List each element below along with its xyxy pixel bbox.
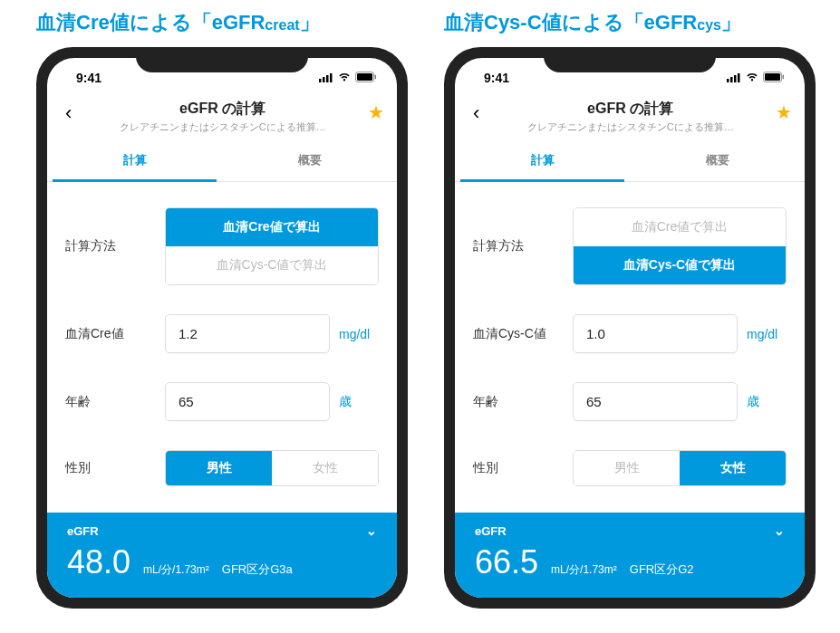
chevron-down-icon[interactable]: ⌄ [774,523,785,538]
age-label: 年齢 [473,394,573,410]
sex-male[interactable]: 男性 [166,451,272,485]
svg-rect-6 [375,75,377,80]
tab-calc[interactable]: 計算 [47,139,222,181]
svg-rect-9 [734,75,737,82]
tab-desc[interactable]: 概要 [222,139,397,181]
notch [544,47,716,72]
result-class: GFR区分G2 [630,561,694,578]
result-unit: mL/分/1.73m² [551,562,617,578]
svg-rect-12 [765,73,780,81]
sex-segmented: 男性 女性 [573,450,787,486]
sex-female[interactable]: 女性 [680,451,786,485]
result-value: 48.0 [67,543,130,581]
svg-rect-0 [319,79,322,82]
result-panel[interactable]: eGFR ⌄ 66.5 mL/分/1.73m² GFR区分G2 [455,513,805,598]
wifi-icon [337,71,352,85]
svg-rect-10 [738,73,740,82]
marker-unit: mg/dl [339,327,379,341]
back-button[interactable]: ‹ [468,101,485,125]
method-cys[interactable]: 血清Cys-C値で算出 [166,246,378,284]
svg-rect-3 [330,73,333,82]
method-segmented: 血清Cre値で算出 血清Cys-C値で算出 [165,207,379,285]
battery-icon [763,71,785,85]
result-unit: mL/分/1.73m² [143,562,209,578]
age-unit: 歳 [339,394,379,410]
svg-rect-5 [357,73,372,81]
battery-icon [355,71,377,85]
status-time: 9:41 [475,71,509,85]
status-time: 9:41 [67,71,101,85]
phone-left: 9:41 ‹ eGFR の計算 クレアチニンまたはシスタチンCによる推算… ★ [36,47,408,609]
age-input[interactable]: 65 [573,382,738,421]
back-button[interactable]: ‹ [60,101,77,125]
tab-desc[interactable]: 概要 [630,139,805,181]
method-label: 計算方法 [65,238,165,254]
marker-input[interactable]: 1.0 [573,314,738,353]
method-label: 計算方法 [473,238,573,254]
svg-rect-2 [326,75,329,82]
favorite-star-icon[interactable]: ★ [368,101,384,123]
sex-male[interactable]: 男性 [574,451,680,485]
age-unit: 歳 [747,394,787,410]
headline-left: 血清Cre値による「eGFRcreat」 [36,9,408,36]
sex-segmented: 男性 女性 [165,450,379,486]
headline-right: 血清Cys-C値による「eGFRcys」 [444,9,816,36]
result-label: eGFR [475,524,507,538]
svg-rect-13 [783,75,785,80]
result-label: eGFR [67,524,99,538]
page-subtitle: クレアチニンまたはシスタチンCによる推算… [485,120,776,134]
age-label: 年齢 [65,394,165,410]
result-class: GFR区分G3a [222,561,293,578]
svg-rect-8 [730,77,733,82]
page-title: eGFR の計算 [77,100,368,119]
age-input[interactable]: 65 [165,382,330,421]
chevron-down-icon[interactable]: ⌄ [366,523,377,538]
method-cys[interactable]: 血清Cys-C値で算出 [574,246,786,284]
method-cre[interactable]: 血清Cre値で算出 [574,208,786,246]
marker-unit: mg/dl [747,327,787,341]
page-subtitle: クレアチニンまたはシスタチンCによる推算… [77,120,368,134]
wifi-icon [745,71,759,85]
sex-label: 性別 [473,460,573,476]
marker-input[interactable]: 1.2 [165,314,330,353]
notch [136,47,308,72]
signal-icon [319,71,333,85]
svg-rect-7 [727,79,729,82]
method-cre[interactable]: 血清Cre値で算出 [166,208,378,246]
result-value: 66.5 [475,543,538,581]
svg-rect-1 [323,77,325,82]
result-panel[interactable]: eGFR ⌄ 48.0 mL/分/1.73m² GFR区分G3a [47,513,397,598]
method-segmented: 血清Cre値で算出 血清Cys-C値で算出 [573,207,787,285]
phone-right: 9:41 ‹ eGFR の計算 クレアチニンまたはシスタチンCによる推算… ★ [444,47,816,609]
sex-female[interactable]: 女性 [272,451,378,485]
marker-label: 血清Cre値 [65,326,165,342]
marker-label: 血清Cys-C値 [473,326,573,342]
favorite-star-icon[interactable]: ★ [776,101,792,123]
sex-label: 性別 [65,460,165,476]
tab-calc[interactable]: 計算 [455,139,630,181]
page-title: eGFR の計算 [485,100,776,119]
signal-icon [727,71,741,85]
